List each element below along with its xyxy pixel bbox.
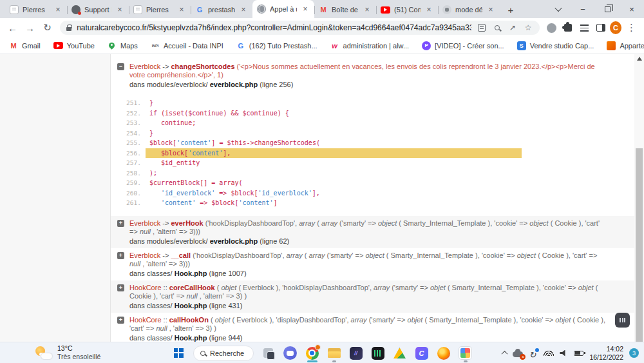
bookmark-item[interactable]: YouTube	[53, 42, 95, 50]
address-bar[interactable]: naturalcarebycoco.fr/5kstyueplvzda7h6/in…	[60, 21, 540, 35]
start-button[interactable]	[169, 344, 189, 362]
bookmark-star-icon[interactable]: ☆	[523, 23, 533, 33]
stack-frame-header: +Everblock -> everHook ('hookDisplayDash…	[117, 219, 609, 236]
new-tab-button[interactable]: +	[502, 1, 519, 18]
back-button[interactable]: ←	[5, 19, 20, 36]
browser-tab[interactable]: (51) Comm×	[376, 1, 438, 18]
tab-close-icon[interactable]: ×	[486, 5, 495, 14]
chrome-taskbar-button[interactable]	[302, 344, 322, 362]
scrollbar[interactable]	[634, 54, 644, 342]
close-window-button[interactable]: ×	[620, 0, 644, 18]
code-snippet: 251.}252.if (isset($continue) && $contin…	[111, 98, 522, 208]
tab-close-icon[interactable]: ×	[177, 5, 186, 14]
menu-icon[interactable]: ⋮	[624, 19, 639, 36]
onedrive-error-icon[interactable]	[513, 351, 523, 357]
forward-button[interactable]: →	[23, 19, 37, 36]
file-explorer-button[interactable]	[324, 344, 344, 362]
google-drive-button[interactable]	[390, 344, 410, 362]
side-panel-icon[interactable]	[594, 20, 607, 35]
code-text: }	[146, 128, 522, 139]
translate-icon[interactable]	[477, 23, 487, 33]
browser-tab[interactable]: Pierres×	[5, 1, 67, 18]
url-text[interactable]: naturalcarebycoco.fr/5kstyueplvzda7h6/in…	[77, 23, 471, 32]
scrollbar-thumb[interactable]	[636, 148, 643, 342]
bookmark-item[interactable]: [VIDEO] - Créer son...	[422, 41, 504, 50]
taskbar-search[interactable]: Recherche	[193, 346, 254, 361]
code-text: if (isset($continue) && $continue) {	[146, 108, 522, 119]
tab-close-icon[interactable]: ×	[115, 5, 124, 14]
stack-frame-title: Everblock -> everHook ('hookDisplayDashb…	[129, 219, 609, 236]
clock[interactable]: 14:02 16/12/2022	[589, 345, 623, 361]
app-m-button[interactable]	[346, 344, 366, 362]
maps-icon	[108, 41, 117, 50]
minimize-button[interactable]: −	[571, 0, 595, 18]
weather-temp: 13°C	[57, 344, 100, 353]
page-left-margin	[0, 54, 111, 342]
clipchamp-button[interactable]	[412, 344, 431, 362]
collapse-icon[interactable]: −	[117, 63, 124, 70]
tab-close-icon[interactable]: ×	[301, 5, 310, 14]
lock-icon[interactable]	[66, 27, 71, 31]
bookmark-item[interactable]: (162) Tuto Prestash...	[236, 41, 317, 50]
reload-button[interactable]: ↻	[40, 19, 55, 36]
expand-icon[interactable]: +	[117, 252, 124, 259]
bookmark-item[interactable]: Vendre studio Cap...	[517, 41, 594, 50]
clock-date: 16/12/2022	[589, 353, 623, 362]
weather-widget[interactable]: 13°C Très ensoleillé	[35, 344, 100, 360]
bookmark-label: [VIDEO] - Créer son...	[435, 42, 504, 50]
expand-icon[interactable]: +	[117, 220, 124, 227]
code-line: 254.}	[111, 128, 522, 139]
tab-close-icon[interactable]: ×	[53, 5, 62, 14]
youtube-favicon-icon	[381, 6, 390, 14]
browser-tab[interactable]: mode débo×	[438, 1, 500, 18]
audio-app-button[interactable]	[368, 344, 388, 362]
browser-tab[interactable]: Support Pre×	[67, 1, 129, 18]
tab-close-icon[interactable]: ×	[239, 5, 248, 14]
bookmark-item[interactable]: Appartement 1 pièc...	[607, 41, 644, 50]
profile-avatar[interactable]: C	[610, 21, 621, 34]
class-name: Everblock	[129, 63, 160, 70]
code-token: continue;	[161, 119, 196, 126]
task-view-button[interactable]	[258, 344, 278, 362]
sync-icon[interactable]	[529, 349, 538, 358]
bookmark-item[interactable]: Maps	[108, 41, 138, 50]
stack-frame-title: HookCore :: callHookOn ( objet ( Everblo…	[129, 316, 609, 333]
google-drive-icon	[393, 348, 406, 358]
code-line: 251.}	[111, 98, 522, 108]
bookmark-item[interactable]: Accueil - Data INPI	[151, 41, 223, 50]
code-token: }	[149, 99, 153, 106]
bookmark-item[interactable]: administration | alw...	[330, 41, 410, 50]
zoom-icon[interactable]	[492, 23, 502, 33]
photos-button[interactable]	[455, 344, 475, 362]
stack-frame-header: −Everblock -> changeShortcodes ('<p>Nous…	[117, 63, 609, 79]
firefox-button[interactable]	[433, 344, 453, 362]
volume-icon[interactable]	[560, 350, 568, 357]
expand-icon[interactable]: +	[117, 284, 124, 291]
browser-tab[interactable]: Boîte de réc×	[314, 1, 376, 18]
reading-list-icon[interactable]	[578, 20, 591, 35]
wave-icon	[330, 41, 339, 50]
battery-icon[interactable]	[574, 351, 583, 356]
profiler-button[interactable]	[615, 313, 630, 328]
code-token: ],	[312, 190, 320, 197]
adblock-extension-icon[interactable]	[545, 20, 558, 35]
tab-close-icon[interactable]: ×	[424, 5, 433, 14]
extensions-puzzle-icon[interactable]	[561, 20, 574, 35]
share-icon[interactable]: ↗	[507, 23, 518, 33]
browser-tab[interactable]: Appel à un×	[252, 0, 314, 18]
code-string: 'id_everblock'	[161, 190, 215, 197]
wifi-icon[interactable]	[544, 350, 554, 356]
scroll-up-arrow[interactable]	[637, 57, 642, 61]
tray-chevron-icon[interactable]	[502, 351, 508, 357]
notification-badge[interactable]: 3	[629, 348, 639, 358]
chat-button[interactable]	[280, 344, 300, 362]
restore-button[interactable]	[595, 0, 620, 18]
stack-frame-header: +HookCore :: callHookOn ( objet ( Everbl…	[117, 316, 609, 333]
browser-tab[interactable]: Pierres×	[129, 1, 191, 18]
tab-search-button[interactable]	[546, 0, 571, 18]
tab-close-icon[interactable]: ×	[363, 5, 372, 14]
browser-tab[interactable]: prestashop×	[191, 1, 252, 18]
bookmark-item[interactable]: Gmail	[9, 41, 41, 50]
code-line: 257.$id_entity	[111, 158, 522, 168]
expand-icon[interactable]: +	[117, 317, 124, 324]
